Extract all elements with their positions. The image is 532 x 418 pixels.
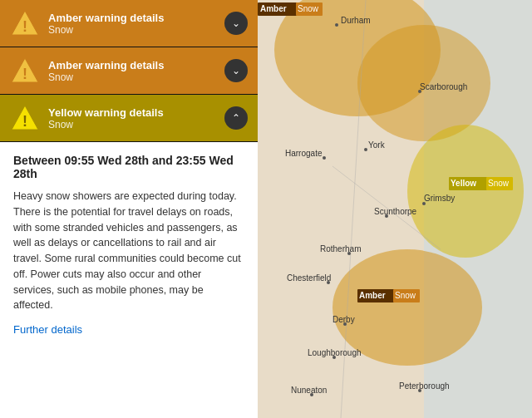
svg-text:!: ! <box>22 18 27 35</box>
svg-text:Loughborough: Loughborough <box>308 348 362 357</box>
detail-time: Between 09:55 Wed 28th and 23:55 Wed 28t… <box>13 154 244 180</box>
warning-item-amber-2[interactable]: ! Amber warning details Snow ⌄ <box>0 47 258 95</box>
left-panel: ! Amber warning details Snow ⌄ ! Amber w… <box>0 0 258 418</box>
warning-item-yellow-1[interactable]: ! Yellow warning details Snow ⌃ <box>0 95 258 142</box>
svg-text:York: York <box>368 140 386 150</box>
svg-text:Snow: Snow <box>298 4 319 13</box>
further-details-link[interactable]: Further details <box>13 323 82 336</box>
svg-text:Snow: Snow <box>488 179 510 188</box>
chevron-amber-2[interactable]: ⌄ <box>224 59 248 82</box>
amber-warning-icon-2: ! <box>10 56 40 86</box>
svg-point-16 <box>323 156 326 160</box>
warning-text-amber-1: Amber warning details Snow <box>48 12 224 36</box>
svg-text:Durham: Durham <box>341 16 371 25</box>
svg-text:Scarborough: Scarborough <box>420 82 467 91</box>
svg-text:Amber: Amber <box>260 4 287 13</box>
warning-sub-amber-1: Snow <box>48 24 224 36</box>
svg-text:Harrogate: Harrogate <box>285 149 323 158</box>
map-area: Durham Scarborough Harrogate York Scunth… <box>258 0 532 418</box>
svg-text:!: ! <box>22 66 27 82</box>
warning-title-yellow-1: Yellow warning details <box>48 106 224 119</box>
detail-panel: Between 09:55 Wed 28th and 23:55 Wed 28t… <box>0 142 258 418</box>
svg-text:Chesterfield: Chesterfield <box>287 273 331 283</box>
svg-text:Scunthorpe: Scunthorpe <box>374 207 417 216</box>
svg-text:Grimsby: Grimsby <box>424 194 455 203</box>
svg-text:!: ! <box>22 113 27 130</box>
warning-title-amber-2: Amber warning details <box>48 59 224 71</box>
warning-sub-yellow-1: Snow <box>48 119 224 130</box>
svg-text:Derby: Derby <box>332 315 355 324</box>
svg-point-17 <box>364 148 367 151</box>
warning-title-amber-1: Amber warning details <box>48 12 224 24</box>
svg-point-14 <box>335 23 338 27</box>
warning-text-amber-2: Amber warning details Snow <box>48 59 224 83</box>
amber-warning-icon-1: ! <box>10 8 40 38</box>
svg-text:Nuneaton: Nuneaton <box>291 386 327 395</box>
chevron-amber-1[interactable]: ⌄ <box>224 12 248 35</box>
warning-sub-amber-2: Snow <box>48 71 224 83</box>
chevron-yellow-1[interactable]: ⌃ <box>224 106 248 130</box>
warning-text-yellow-1: Yellow warning details Snow <box>48 106 224 130</box>
svg-text:Snow: Snow <box>395 291 416 300</box>
yellow-warning-icon-1: ! <box>10 103 40 133</box>
svg-text:Amber: Amber <box>359 291 386 300</box>
warning-item-amber-1[interactable]: ! Amber warning details Snow ⌄ <box>0 0 258 47</box>
detail-description: Heavy snow showers are expected during t… <box>13 189 244 313</box>
svg-text:Yellow: Yellow <box>451 179 476 188</box>
svg-text:Rotherham: Rotherham <box>320 244 361 253</box>
svg-text:Peterborough: Peterborough <box>399 381 450 391</box>
map-svg: Durham Scarborough Harrogate York Scunth… <box>258 0 532 418</box>
